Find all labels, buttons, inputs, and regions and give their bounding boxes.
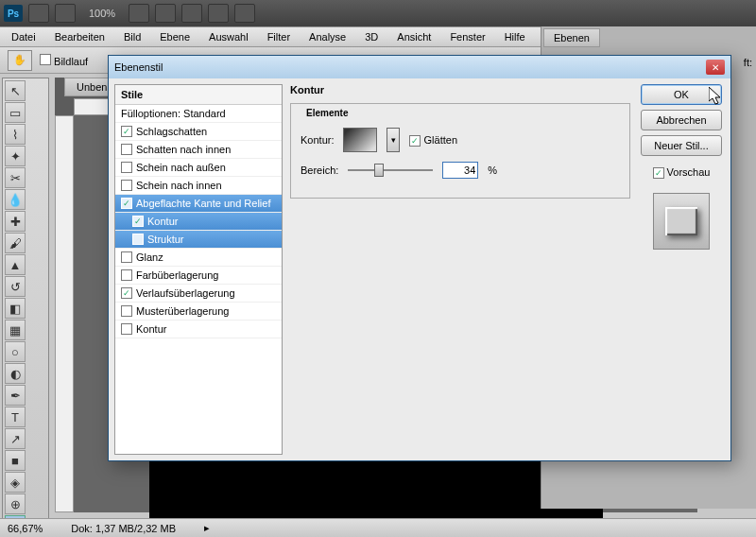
- rotate-view-button[interactable]: [181, 4, 202, 23]
- pen-tool[interactable]: ✒: [5, 385, 26, 406]
- style-checkbox[interactable]: [121, 269, 132, 281]
- style-label: Schlagschatten: [136, 126, 207, 137]
- camera-tool[interactable]: ⊕: [5, 494, 26, 514]
- type-tool[interactable]: T: [5, 407, 26, 427]
- elements-label: Elemente: [306, 108, 620, 118]
- arrange-docs-button[interactable]: [208, 4, 229, 23]
- range-slider[interactable]: [348, 162, 433, 179]
- menu-ebene[interactable]: Ebene: [152, 29, 198, 44]
- range-unit: %: [488, 165, 497, 176]
- style-label: Schatten nach innen: [136, 144, 231, 155]
- healing-tool[interactable]: ✚: [5, 211, 26, 232]
- style-item-11[interactable]: Kontur: [115, 320, 282, 338]
- gradient-tool[interactable]: ▦: [5, 320, 26, 340]
- style-label: Musterüberlagerung: [136, 305, 229, 317]
- style-checkbox[interactable]: ✓: [132, 216, 144, 227]
- style-checkbox[interactable]: [121, 180, 132, 191]
- current-tool-preview[interactable]: ✋: [8, 50, 32, 71]
- menu-bild[interactable]: Bild: [116, 29, 148, 44]
- lasso-tool[interactable]: ⌇: [5, 124, 26, 145]
- style-checkbox[interactable]: [121, 144, 132, 155]
- menu-ansicht[interactable]: Ansicht: [389, 29, 438, 44]
- style-item-5[interactable]: ✓Kontur: [115, 213, 282, 231]
- menu-hilfe[interactable]: Hilfe: [497, 29, 533, 44]
- new-style-button[interactable]: Neuer Stil...: [641, 135, 722, 156]
- style-checkbox[interactable]: [121, 323, 132, 335]
- hand-tool-button[interactable]: [129, 4, 149, 23]
- contour-dropdown-arrow-icon[interactable]: ▾: [387, 128, 400, 152]
- style-label: Farbüberlagerung: [136, 269, 218, 281]
- contour-picker[interactable]: [343, 128, 377, 152]
- style-checkbox[interactable]: ✓: [121, 126, 132, 137]
- bridge-button[interactable]: [28, 4, 49, 23]
- blur-tool[interactable]: ○: [5, 341, 26, 362]
- cancel-button[interactable]: Abbrechen: [641, 110, 722, 130]
- eraser-tool[interactable]: ◧: [5, 298, 26, 319]
- eyedropper-tool[interactable]: 💧: [5, 189, 26, 210]
- history-button[interactable]: [55, 4, 76, 23]
- style-settings: Kontur Elemente Kontur: ▾ ✓ Glätten Bere…: [290, 84, 630, 455]
- style-item-10[interactable]: Musterüberlagerung: [115, 303, 282, 320]
- style-checkbox[interactable]: [132, 234, 144, 245]
- dodge-tool[interactable]: ◐: [5, 363, 26, 384]
- style-item-9[interactable]: ✓Verlaufsüberlagerung: [115, 285, 282, 303]
- move-tool[interactable]: ↖: [5, 80, 26, 101]
- styles-list: Stile Fülloptionen: Standard ✓Schlagscha…: [114, 84, 283, 455]
- menu-auswahl[interactable]: Auswahl: [201, 29, 256, 44]
- menu-3d[interactable]: 3D: [357, 29, 386, 44]
- style-item-7[interactable]: Glanz: [115, 249, 282, 267]
- menu-analyse[interactable]: Analyse: [301, 29, 353, 44]
- dialog-title: Ebenenstil: [114, 61, 163, 73]
- status-docsize[interactable]: Dok: 1,37 MB/2,32 MB: [71, 523, 176, 534]
- history-brush-tool[interactable]: ↺: [5, 276, 26, 297]
- style-checkbox[interactable]: [121, 251, 132, 263]
- 3d-tool[interactable]: ◈: [5, 472, 26, 493]
- status-bar: 66,67% Dok: 1,37 MB/2,32 MB ▸: [0, 518, 756, 537]
- fill-options[interactable]: Fülloptionen: Standard: [115, 105, 282, 123]
- truncated-label: ft:: [744, 57, 752, 68]
- canvas-content: [149, 456, 603, 524]
- style-checkbox[interactable]: [121, 305, 132, 317]
- style-checkbox[interactable]: ✓: [121, 287, 132, 299]
- menu-filter[interactable]: Filter: [260, 29, 298, 44]
- style-item-8[interactable]: Farbüberlagerung: [115, 267, 282, 285]
- style-item-6[interactable]: Struktur: [115, 231, 282, 249]
- marquee-tool[interactable]: ▭: [5, 102, 26, 123]
- menu-datei[interactable]: Datei: [4, 29, 43, 44]
- style-item-0[interactable]: ✓Schlagschatten: [115, 123, 282, 141]
- preview-checkbox[interactable]: ✓ Vorschau: [653, 166, 711, 179]
- ok-button[interactable]: OK: [641, 84, 722, 105]
- style-checkbox[interactable]: ✓: [121, 198, 132, 209]
- scroll-all-checkbox[interactable]: Bildlauf: [40, 54, 88, 67]
- style-item-4[interactable]: ✓Abgeflachte Kante und Relief: [115, 195, 282, 213]
- app-logo-icon: Ps: [4, 5, 23, 22]
- style-item-1[interactable]: Schatten nach innen: [115, 141, 282, 159]
- brush-tool[interactable]: 🖌: [5, 233, 26, 253]
- crop-tool[interactable]: ✂: [5, 167, 26, 188]
- style-item-2[interactable]: Schein nach außen: [115, 159, 282, 177]
- stamp-tool[interactable]: ▲: [5, 254, 26, 275]
- layer-style-dialog: Ebenenstil ✕ Stile Fülloptionen: Standar…: [108, 55, 731, 461]
- menu-fenster[interactable]: Fenster: [442, 29, 492, 44]
- styles-header[interactable]: Stile: [115, 85, 282, 105]
- wand-tool[interactable]: ✦: [5, 146, 26, 166]
- style-label: Verlaufsüberlagerung: [136, 287, 235, 299]
- status-arrow-icon[interactable]: ▸: [204, 522, 210, 534]
- style-item-3[interactable]: Schein nach innen: [115, 177, 282, 195]
- style-checkbox[interactable]: [121, 162, 132, 173]
- antialias-checkbox[interactable]: ✓ Glätten: [409, 134, 457, 147]
- layers-panel-tab[interactable]: Ebenen: [543, 28, 600, 47]
- style-label: Abgeflachte Kante und Relief: [136, 198, 271, 209]
- contour-label: Kontur:: [301, 134, 334, 146]
- screen-mode-button[interactable]: [234, 4, 255, 23]
- zoom-display[interactable]: 100%: [81, 8, 123, 19]
- shape-tool[interactable]: ■: [5, 450, 26, 471]
- zoom-tool-button[interactable]: [155, 4, 176, 23]
- style-label: Kontur: [147, 216, 178, 227]
- dialog-titlebar[interactable]: Ebenenstil ✕: [109, 56, 730, 78]
- path-tool[interactable]: ↗: [5, 428, 26, 449]
- menu-bearbeiten[interactable]: Bearbeiten: [47, 29, 112, 44]
- range-input[interactable]: [442, 162, 478, 179]
- close-icon[interactable]: ✕: [706, 60, 725, 75]
- status-zoom[interactable]: 66,67%: [8, 523, 43, 534]
